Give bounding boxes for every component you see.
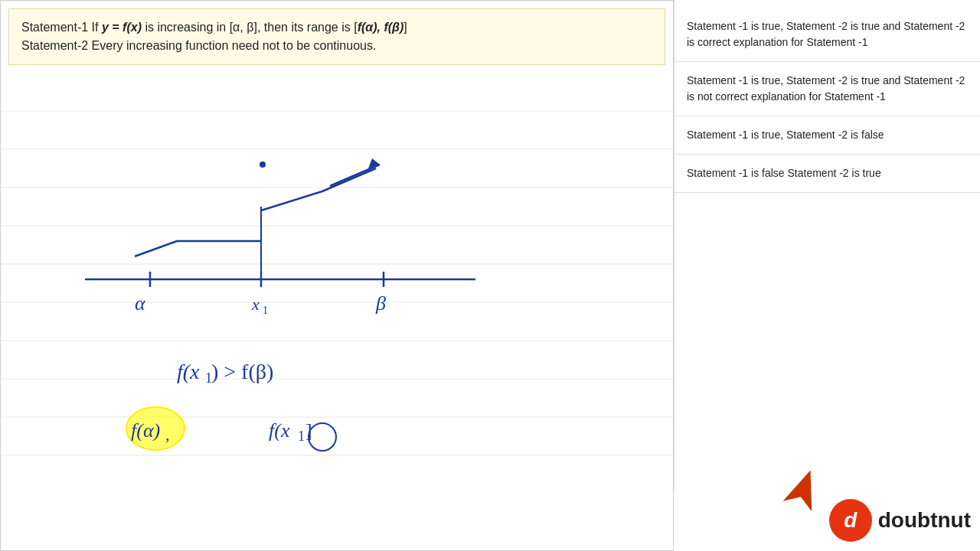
svg-text:β: β xyxy=(375,292,386,315)
doubtnut-logo-text: doubtnut xyxy=(878,508,971,533)
statement1-text: Statement-1 If y = f(x) is increasing in… xyxy=(21,18,652,37)
svg-line-14 xyxy=(330,165,380,186)
option-a[interactable]: Statement -1 is true, Statement -2 is tr… xyxy=(675,8,980,62)
statement2-text: Statement-2 Every increasing function ne… xyxy=(21,37,652,55)
option-a-text: Statement -1 is true, Statement -2 is tr… xyxy=(687,20,965,48)
svg-text:f(α): f(α) xyxy=(131,419,160,442)
svg-text:f(x: f(x xyxy=(269,419,290,442)
option-b[interactable]: Statement -1 is true, Statement -2 is tr… xyxy=(675,62,980,116)
svg-marker-32 xyxy=(783,465,825,511)
svg-point-16 xyxy=(260,161,266,168)
arrow-icon xyxy=(781,465,827,511)
option-c-text: Statement -1 is true, Statement -2 is fa… xyxy=(687,129,884,141)
svg-text:1: 1 xyxy=(298,429,305,444)
notebook-lines: α x 1 β f(x 1 ) > f(β) f(α) , f(x 1 ] xyxy=(1,73,673,550)
option-d-text: Statement -1 is false Statement -2 is tr… xyxy=(687,167,881,179)
option-b-text: Statement -1 is true, Statement -2 is tr… xyxy=(687,74,965,103)
svg-text:1: 1 xyxy=(263,305,268,316)
svg-text:,: , xyxy=(165,425,170,444)
question-box: Statement-1 If y = f(x) is increasing in… xyxy=(8,8,665,65)
option-d[interactable]: Statement -1 is false Statement -2 is tr… xyxy=(675,155,980,193)
svg-text:f(x: f(x xyxy=(177,360,200,383)
sidebar: Statement -1 is true, Statement -2 is tr… xyxy=(674,0,980,551)
svg-text:α: α xyxy=(135,292,146,315)
main-content: Statement-1 If y = f(x) is increasing in… xyxy=(0,0,674,551)
option-c[interactable]: Statement -1 is true, Statement -2 is fa… xyxy=(675,116,980,155)
canvas-area: α x 1 β f(x 1 ) > f(β) f(α) , f(x 1 ] xyxy=(1,73,673,550)
svg-point-31 xyxy=(309,423,336,451)
svg-text:) > f(β): ) > f(β) xyxy=(211,360,273,383)
doubtnut-logo-d: d xyxy=(829,499,872,542)
svg-text:x: x xyxy=(251,295,260,314)
